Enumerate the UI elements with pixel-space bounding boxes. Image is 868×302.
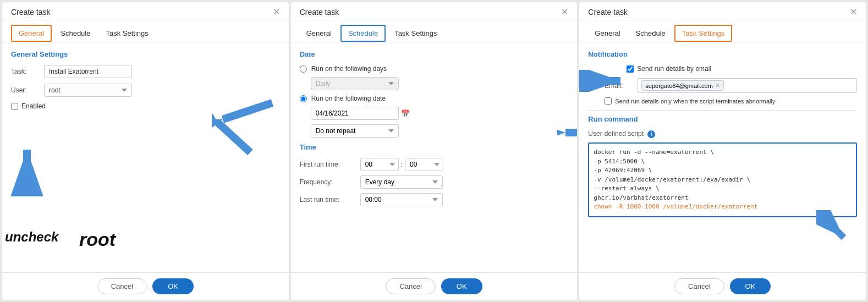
close-button-1[interactable]: ✕ [273,8,280,17]
cancel-button-1[interactable]: Cancel [97,278,147,294]
email-input-wrap: supergate84@gmail.com ✕ [638,78,857,93]
user-row: User: root [11,84,280,97]
task-label: Task: [11,68,44,75]
dialog-header-1: Create task ✕ [2,2,289,20]
dialog-title-3: Create task [588,8,628,17]
user-select[interactable]: root [44,84,132,97]
script-line-6: ghcr.io/varbhat/exatorrent [594,194,851,203]
last-run-row: Last run time: 00:00 [300,193,569,206]
tabs-2: General Schedule Task Settings [291,20,578,42]
script-line-2: -p 5414:5000 \ [594,157,851,167]
tab-general-1[interactable]: General [11,25,52,42]
tabs-1: General Schedule Task Settings [2,20,289,42]
send-email-row: Send run details by email [627,65,857,73]
dialog-general: Create task ✕ General Schedule Task Sett… [2,2,289,300]
send-email-label: Send run details by email [637,65,711,73]
frequency-label: Frequency: [300,178,360,186]
radio-following-days-label: Run on the following days [311,65,387,73]
user-label: User: [11,86,44,94]
script-line-1: docker run -d --name=exatorrent \ [594,148,851,157]
radio-following-date-row: Run on the following date [300,95,569,102]
date-input-row: 📅 [311,107,569,120]
dialog-body-3: Notification Send run details by email E… [579,42,866,272]
dialog-body-1: General Settings Task: User: root Enable… [2,42,289,272]
email-label: Email: [605,82,638,90]
send-abnormal-label: Send run details only when the script te… [615,98,775,105]
arrow-up-left [8,141,46,198]
enabled-label: Enabled [21,102,46,110]
send-abnormal-checkbox[interactable] [605,97,612,105]
tab-schedule-1[interactable]: Schedule [54,25,97,42]
radio-following-days-row: Run on the following days [300,65,569,73]
script-line-3: -p 42069:42069 \ [594,166,851,175]
tab-task-settings-3[interactable]: Task Settings [674,25,732,42]
minute-select[interactable]: 00 [405,158,443,171]
radio-following-days[interactable] [300,65,307,73]
dialog-title-1: Create task [11,8,51,17]
dialog-header-3: Create task ✕ [579,2,866,20]
root-text: root [79,229,116,250]
radio-following-date-label: Run on the following date [311,95,386,102]
tab-general-2[interactable]: General [300,25,338,42]
tab-task-settings-2[interactable]: Task Settings [388,25,443,42]
dialog-header-2: Create task ✕ [291,2,578,20]
radio-following-date[interactable] [300,95,307,102]
email-remove-button[interactable]: ✕ [715,82,720,89]
enabled-row: Enabled [11,102,280,110]
daily-select[interactable]: Daily [311,77,399,90]
dialog-body-2: Date Run on the following days Daily Run… [291,42,578,272]
ok-button-2[interactable]: OK [441,278,482,294]
tabs-3: General Schedule Task Settings [579,20,866,42]
task-row: Task: [11,65,280,78]
enabled-checkbox[interactable] [11,103,18,110]
dialog-schedule: Create task ✕ General Schedule Task Sett… [291,2,578,300]
tab-task-settings-1[interactable]: Task Settings [99,25,155,42]
ok-button-3[interactable]: OK [730,278,771,294]
root-annotation: root [79,229,116,250]
ok-button-1[interactable]: OK [152,278,194,294]
calendar-icon: 📅 [401,109,410,118]
dialog-title-2: Create task [300,8,339,17]
repeat-select[interactable]: Do not repeat [311,124,399,138]
close-button-2[interactable]: ✕ [561,8,568,17]
first-run-label: First run time: [300,161,360,168]
last-run-label: Last run time: [300,196,360,204]
cancel-button-3[interactable]: Cancel [674,278,724,294]
send-abnormal-row: Send run details only when the script te… [605,97,857,105]
task-input[interactable] [44,65,132,78]
first-run-row: First run time: 00 : 00 [300,158,569,171]
frequency-select[interactable]: Every day [360,175,443,189]
tab-general-3[interactable]: General [588,25,627,42]
time-colon: : [401,161,403,168]
last-run-select[interactable]: 00:00 [360,193,443,206]
tab-schedule-3[interactable]: Schedule [629,25,672,42]
cancel-button-2[interactable]: Cancel [386,278,435,294]
dialog-footer-3: Cancel OK [579,272,866,300]
script-line-5: --restart always \ [594,184,851,194]
script-line-7: chown -R 1000:1000 /volume1/docker/exato… [594,202,851,212]
general-settings-title: General Settings [11,50,280,58]
dialog-footer-1: Cancel OK [2,272,289,300]
dialog-footer-2: Cancel OK [291,272,578,300]
hour-select[interactable]: 00 [360,158,399,171]
run-command-section-title: Run command [588,115,857,123]
arrow-to-input [212,92,278,138]
time-section-title: Time [300,143,569,151]
script-line-4: -v /volume1/docker/exatorrent:/exa/exadi… [594,175,851,185]
email-tag: supergate84@gmail.com ✕ [641,80,723,91]
dialog-task-settings: Create task ✕ General Schedule Task Sett… [579,2,866,300]
date-input[interactable] [311,107,399,120]
email-row: Email: supergate84@gmail.com ✕ [605,78,857,93]
frequency-row: Frequency: Every day [300,175,569,189]
close-button-3[interactable]: ✕ [850,8,857,17]
script-label: User-defined script i [588,130,857,138]
email-value: supergate84@gmail.com [645,83,712,89]
info-icon: i [647,130,655,138]
tab-schedule-2[interactable]: Schedule [340,25,386,42]
date-section-title: Date [300,50,569,58]
uncheck-text: uncheck [5,229,58,244]
send-email-checkbox[interactable] [627,65,634,73]
uncheck-annotation: uncheck [5,229,58,245]
run-command-textarea[interactable]: docker run -d --name=exatorrent \ -p 541… [588,142,857,217]
notification-section-title: Notification [588,50,857,58]
